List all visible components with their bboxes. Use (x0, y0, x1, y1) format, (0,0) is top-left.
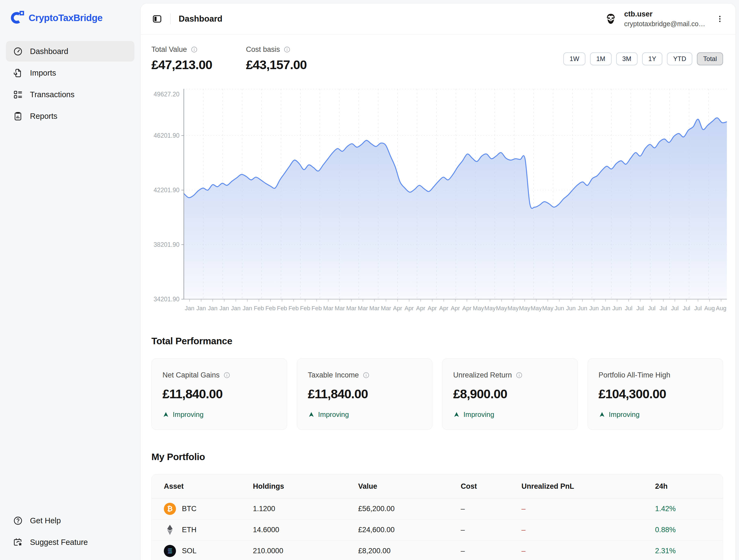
card-value: £8,900.00 (453, 386, 567, 401)
sidebar-footer: Get HelpSuggest Feature (6, 510, 134, 554)
svg-text:Jul: Jul (625, 305, 632, 312)
trend-badge: Improving (599, 410, 712, 419)
stat-value: £47,213.00 (151, 57, 212, 72)
content: Total Value£47,213.00Cost basis£43,157.0… (141, 45, 735, 560)
svg-text:May: May (507, 305, 519, 312)
svg-text:Jun: Jun (555, 305, 564, 312)
sidebar: CryptoTaxBridge DashboardImportsTransact… (0, 0, 140, 560)
svg-text:Jun: Jun (566, 305, 575, 312)
value-cell: £8,200.00 (358, 547, 461, 555)
info-icon (190, 46, 198, 53)
main-card: Dashboard ctb.user cryptotaxbridge@mail.… (140, 3, 736, 560)
brand-name: CryptoTaxBridge (29, 12, 103, 23)
card-label: Unrealized Return (453, 371, 512, 379)
svg-text:Jan: Jan (219, 305, 229, 312)
performance-card-unrealized-return: Unrealized Return£8,900.00Improving (442, 358, 578, 430)
user-menu[interactable]: ctb.user cryptotaxbridge@mail.co… (603, 10, 706, 28)
svg-text:Jul: Jul (636, 305, 644, 312)
kebab-menu-icon[interactable] (716, 15, 724, 23)
cost-cell: – (461, 505, 522, 513)
svg-text:Jul: Jul (659, 305, 667, 312)
svg-text:Jul: Jul (683, 305, 690, 312)
column-header-asset: Asset (164, 482, 253, 491)
svg-text:Apr: Apr (428, 305, 437, 312)
import-icon (13, 68, 23, 78)
change-24h-cell: 1.42% (655, 505, 723, 513)
svg-text:Jan: Jan (185, 305, 194, 312)
range-button-ytd[interactable]: YTD (667, 52, 692, 65)
svg-text:Mar: Mar (323, 305, 333, 312)
column-header-value: Value (358, 482, 461, 491)
gauge-icon (13, 46, 23, 56)
holdings-cell: 14.6000 (253, 526, 358, 534)
svg-text:Feb: Feb (254, 305, 264, 312)
user-avatar (603, 11, 618, 26)
user-name: ctb.user (624, 10, 706, 19)
svg-text:Apr: Apr (439, 305, 448, 312)
portfolio-row-btc[interactable]: ₿BTC1.1200£56,200.00––1.42% (152, 499, 723, 520)
trend-label: Improving (463, 410, 494, 419)
card-label: Portfolio All-Time High (599, 371, 671, 379)
top-header: Dashboard ctb.user cryptotaxbridge@mail.… (141, 4, 735, 34)
range-button-1y[interactable]: 1Y (642, 52, 662, 65)
svg-text:Mar: Mar (335, 305, 345, 312)
card-value: £11,840.00 (162, 386, 276, 401)
range-button-1m[interactable]: 1M (590, 52, 611, 65)
svg-text:46201.90: 46201.90 (154, 132, 179, 139)
svg-text:Apr: Apr (416, 305, 425, 312)
header-divider (170, 13, 171, 24)
info-icon (283, 46, 291, 53)
sidebar-footer-label: Get Help (30, 516, 61, 525)
svg-text:Jan: Jan (231, 305, 241, 312)
trend-up-icon (453, 411, 460, 418)
transactions-icon (13, 90, 23, 100)
svg-text:Feb: Feb (289, 305, 299, 312)
svg-text:Jul: Jul (671, 305, 679, 312)
portfolio-title: My Portfolio (151, 451, 723, 462)
info-icon (515, 372, 523, 379)
sidebar-item-dashboard[interactable]: Dashboard (6, 41, 134, 61)
range-button-3m[interactable]: 3M (616, 52, 637, 65)
user-texts: ctb.user cryptotaxbridge@mail.co… (624, 10, 706, 28)
range-button-total[interactable]: Total (697, 52, 723, 65)
chart-area: 49627.2046201.9042201.9038201.9034201.90… (151, 89, 723, 313)
holdings-cell: 1.1200 (253, 505, 358, 513)
svg-text:May: May (484, 305, 496, 312)
svg-text:Apr: Apr (393, 305, 402, 312)
portfolio-table-header: AssetHoldingsValueCostUnrealized PnL24h (152, 474, 723, 499)
info-icon (223, 372, 231, 379)
change-24h-cell: 2.31% (655, 547, 723, 555)
performance-title: Total Performance (151, 335, 723, 346)
svg-text:Feb: Feb (277, 305, 287, 312)
time-range-selector: 1W1M3M1YYTDTotal (563, 52, 723, 65)
sidebar-item-transactions[interactable]: Transactions (6, 84, 134, 105)
svg-text:Mar: Mar (369, 305, 380, 312)
sidebar-footer-item-suggest-feature[interactable]: Suggest Feature (6, 532, 134, 552)
sidebar-item-imports[interactable]: Imports (6, 62, 134, 83)
sidebar-item-reports[interactable]: Reports (6, 106, 134, 126)
svg-text:Mar: Mar (346, 305, 356, 312)
portfolio-section: My Portfolio AssetHoldingsValueCostUnrea… (151, 451, 723, 560)
reports-icon (13, 111, 23, 121)
sidebar-toggle-icon[interactable] (152, 14, 162, 24)
stat-total-value: Total Value£47,213.00 (151, 45, 212, 72)
change-24h-cell: 0.88% (655, 526, 723, 534)
help-icon (13, 516, 23, 526)
brand-logo-icon (10, 11, 24, 25)
svg-text:Jun: Jun (589, 305, 599, 312)
stat-label: Total Value (151, 45, 187, 54)
range-button-1w[interactable]: 1W (563, 52, 585, 65)
card-value: £104,300.00 (599, 386, 712, 401)
sidebar-footer-item-get-help[interactable]: Get Help (6, 510, 134, 531)
asset-ticker: BTC (182, 505, 196, 513)
portfolio-row-eth[interactable]: ETH14.6000£24,600.00––0.88% (152, 520, 723, 541)
holdings-cell: 210.0000 (253, 547, 358, 555)
svg-text:May: May (542, 305, 554, 312)
svg-text:Jul: Jul (648, 305, 655, 312)
performance-card-taxable-income: Taxable Income£11,840.00Improving (297, 358, 433, 430)
sidebar-item-label: Reports (30, 112, 57, 121)
performance-section: Total Performance Net Capital Gains£11,8… (151, 335, 723, 430)
svg-text:Jun: Jun (612, 305, 622, 312)
portfolio-row-sol[interactable]: SOL210.0000£8,200.00––2.31% (152, 541, 723, 560)
svg-text:34201.90: 34201.90 (154, 296, 179, 303)
